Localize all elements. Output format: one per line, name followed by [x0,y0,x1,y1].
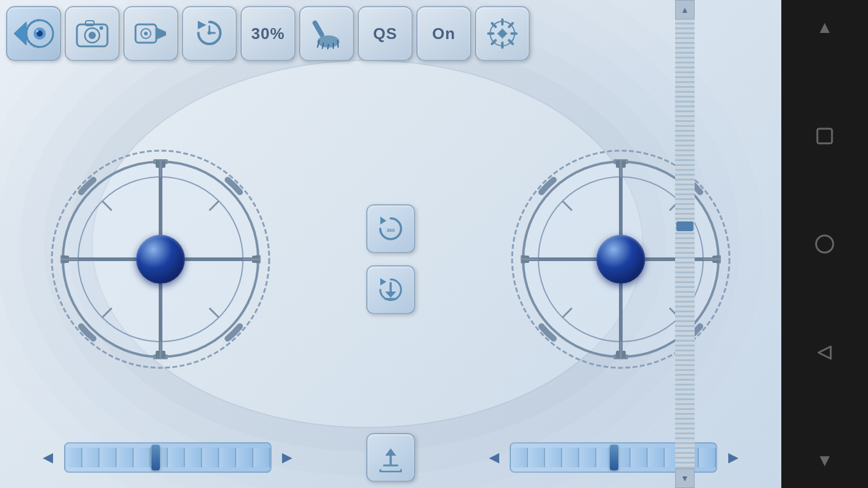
rotate-button[interactable]: 360 [366,204,415,253]
download-button[interactable] [366,265,415,314]
eye-button[interactable] [6,6,61,61]
svg-point-17 [208,31,211,35]
slider-line [648,448,665,467]
right-joystick[interactable] [505,143,737,375]
android-nav-back[interactable] [809,337,840,368]
right-slider-next[interactable]: ▶ [722,442,744,473]
android-nav-square[interactable] [809,121,840,151]
slider-line [117,448,134,467]
upload-button[interactable] [366,433,415,482]
slider-line [185,448,202,467]
right-slider-thumb[interactable] [610,445,618,470]
svg-text:360: 360 [386,228,395,233]
scroll-track[interactable] [675,20,695,468]
qs-label: QS [373,24,397,43]
left-joystick[interactable] [45,143,277,375]
toolbar: 30% QS On [6,6,530,61]
svg-marker-62 [380,278,386,285]
left-slider-prev[interactable]: ◀ [37,442,59,473]
slider-line [562,448,579,467]
slider-line [219,448,236,467]
left-slider-track[interactable] [64,442,272,473]
android-nav-down[interactable]: ▼ [809,445,840,476]
slider-line [253,448,270,467]
back-triangle-icon [814,342,836,364]
upload-icon [375,442,406,473]
slider-line [65,448,82,467]
right-slider-group: ◀ ▶ [483,442,744,473]
vertical-scrollbar[interactable]: ▲ ▼ [675,0,695,488]
svg-marker-38 [497,32,500,35]
slider-line [168,448,185,467]
slider-line [99,448,117,467]
download-icon [375,274,406,305]
slider-line [82,448,99,467]
bottom-area: ◀ ▶ [0,433,781,482]
svg-marker-35 [501,28,504,31]
qs-button[interactable]: QS [358,6,413,61]
camera-icon [74,18,110,49]
slider-line [202,448,219,467]
square-icon [814,125,836,147]
brush-icon [310,17,344,51]
svg-point-9 [99,26,103,30]
svg-marker-92 [819,346,831,359]
svg-marker-60 [380,217,386,224]
left-slider-lines [65,443,270,472]
scroll-down-button[interactable]: ▼ [675,468,695,488]
eye-icon [12,17,56,51]
on-button[interactable]: On [416,6,471,61]
on-label: On [432,24,455,43]
left-slider-group: ◀ ▶ [37,442,298,473]
right-slider-prev[interactable]: ◀ [483,442,505,473]
slider-line [631,448,648,467]
video-button[interactable] [123,6,178,61]
right-joystick-ball[interactable] [596,235,645,284]
svg-marker-14 [198,21,206,29]
slider-line [699,448,716,467]
brush-button[interactable] [299,6,354,61]
svg-line-24 [338,40,338,48]
refresh-icon [192,17,227,51]
svg-marker-0 [14,22,26,45]
scroll-thumb[interactable] [676,221,693,231]
svg-line-22 [328,44,328,49]
app-area: 30% QS On [0,0,781,488]
android-nav-home[interactable] [809,229,840,259]
svg-point-7 [89,32,96,39]
svg-marker-37 [505,32,508,35]
settings-icon [486,17,519,51]
left-joystick-ball[interactable] [136,235,185,284]
refresh-button[interactable] [182,6,237,61]
slider-line [236,448,253,467]
android-nav-up[interactable]: ▲ [809,12,840,43]
left-slider-next[interactable]: ▶ [277,442,298,473]
center-column: 360 [366,204,415,314]
scroll-up-button[interactable]: ▲ [675,0,695,20]
settings-button[interactable] [475,6,530,61]
slider-line [134,448,151,467]
rotate-icon: 360 [375,214,406,244]
svg-point-13 [144,32,148,35]
svg-point-91 [816,235,833,253]
video-icon [133,18,168,49]
speed-label: 30% [251,24,284,43]
speed-button[interactable]: 30% [241,6,295,61]
svg-rect-18 [311,20,325,38]
svg-marker-11 [156,27,166,40]
camera-button[interactable] [65,6,120,61]
svg-point-4 [36,30,38,32]
svg-marker-88 [385,448,396,456]
slider-line [511,448,528,467]
controls-area: 360 [0,79,781,439]
left-slider-thumb[interactable] [151,445,160,470]
slider-line [528,448,545,467]
slider-line [579,448,596,467]
slider-line [545,448,562,467]
home-circle-icon [814,233,836,255]
svg-marker-36 [501,36,504,39]
svg-marker-64 [385,292,396,298]
svg-rect-90 [817,129,832,143]
android-nav-bar: ▲ ▼ [781,0,868,488]
